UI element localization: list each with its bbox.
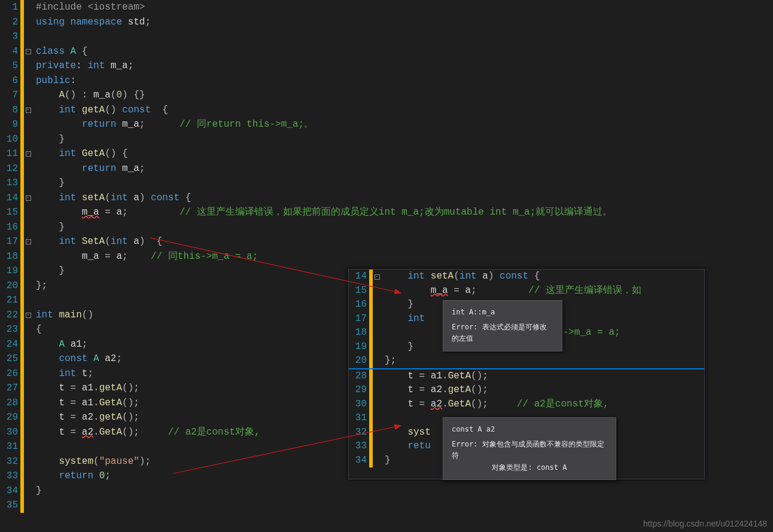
code-text[interactable]: int setA(int a) const { bbox=[381, 270, 704, 284]
line-number: 18 bbox=[349, 326, 369, 340]
code-line[interactable]: 11- int GetA() { bbox=[0, 146, 612, 161]
code-line[interactable]: 18 m_a = a; // 同this->m_a = a; bbox=[0, 249, 612, 264]
code-text[interactable]: m_a = a; // 同this->m_a = a; bbox=[32, 249, 612, 264]
line-number: 14 bbox=[0, 191, 20, 206]
code-line[interactable]: 1#include <iostream> bbox=[0, 0, 612, 15]
line-number: 7 bbox=[0, 88, 20, 103]
code-text[interactable]: }; bbox=[381, 354, 704, 368]
code-line[interactable]: 14- int setA(int a) const { bbox=[349, 270, 704, 284]
fold-toggle bbox=[24, 161, 32, 176]
line-number: 15 bbox=[349, 284, 369, 298]
code-text[interactable] bbox=[32, 29, 612, 44]
code-text[interactable]: t = a2.getA(); bbox=[381, 383, 704, 398]
code-line[interactable]: 20}; bbox=[349, 354, 704, 368]
code-text[interactable]: m_a = a; // 这里产生编译错误，如 bbox=[381, 284, 704, 298]
fold-toggle bbox=[24, 425, 32, 440]
tooltip-error-a2: const A a2 Error: 对象包含与成员函数不兼容的类型限定符 对象类… bbox=[443, 417, 616, 480]
fold-toggle bbox=[24, 74, 32, 88]
line-number: 17 bbox=[349, 312, 369, 326]
code-line[interactable]: 34} bbox=[0, 484, 612, 499]
code-line[interactable]: 13 } bbox=[0, 176, 612, 191]
code-text[interactable]: public: bbox=[32, 74, 612, 88]
code-line[interactable]: 7 A() : m_a(0) {} bbox=[0, 88, 612, 103]
line-number: 19 bbox=[0, 264, 20, 279]
code-line[interactable]: 15 m_a = a; // 这里产生编译错误，如果把前面的成员定义int m_… bbox=[0, 205, 612, 220]
code-text[interactable]: return m_a; bbox=[32, 161, 612, 176]
fold-toggle[interactable]: - bbox=[373, 270, 381, 284]
line-number: 16 bbox=[349, 298, 369, 312]
fold-toggle bbox=[373, 426, 381, 440]
line-number: 29 bbox=[349, 383, 369, 398]
fold-toggle bbox=[373, 284, 381, 298]
fold-minus-icon[interactable]: - bbox=[26, 239, 31, 244]
code-line[interactable]: 10 } bbox=[0, 132, 612, 147]
fold-toggle[interactable]: - bbox=[24, 146, 32, 161]
line-number: 34 bbox=[0, 484, 20, 499]
code-text[interactable]: A() : m_a(0) {} bbox=[32, 88, 612, 103]
fold-minus-icon[interactable]: - bbox=[26, 313, 31, 318]
code-text[interactable]: } bbox=[32, 176, 612, 191]
code-line[interactable]: 28 t = a1.GetA(); bbox=[349, 369, 704, 384]
code-text[interactable]: int GetA() { bbox=[32, 146, 612, 161]
code-text[interactable]: } bbox=[32, 220, 612, 235]
line-number: 15 bbox=[0, 205, 20, 220]
tooltip-error-text: Error: 表达式必须是可修改的左值 bbox=[452, 322, 553, 344]
fold-minus-icon[interactable]: - bbox=[26, 151, 31, 157]
code-text[interactable]: private: int m_a; bbox=[32, 59, 612, 74]
code-line[interactable]: 14- int setA(int a) const { bbox=[0, 191, 612, 206]
code-line[interactable]: 3 bbox=[0, 29, 612, 44]
line-number: 23 bbox=[0, 322, 20, 337]
code-line[interactable]: 29 t = a2.getA(); bbox=[349, 383, 704, 398]
fold-toggle[interactable]: - bbox=[24, 44, 32, 59]
fold-minus-icon[interactable]: - bbox=[375, 274, 380, 280]
code-text[interactable]: } bbox=[32, 484, 612, 499]
fold-minus-icon[interactable]: - bbox=[26, 49, 31, 54]
code-text[interactable]: class A { bbox=[32, 44, 612, 59]
line-number: 33 bbox=[349, 439, 369, 454]
line-number: 6 bbox=[0, 74, 20, 88]
code-text[interactable]: t = a1.GetA(); bbox=[381, 369, 704, 384]
code-text[interactable]: } bbox=[32, 132, 612, 147]
code-text[interactable] bbox=[32, 498, 612, 513]
fold-toggle bbox=[24, 220, 32, 235]
fold-toggle bbox=[24, 337, 32, 352]
code-line[interactable]: 8- int getA() const { bbox=[0, 103, 612, 118]
fold-toggle bbox=[373, 411, 381, 426]
line-number: 30 bbox=[349, 398, 369, 412]
code-line[interactable]: 6public: bbox=[0, 74, 612, 88]
code-text[interactable]: using namespace std; bbox=[32, 15, 612, 30]
tooltip-signature: int A::m_a bbox=[452, 307, 553, 318]
fold-toggle[interactable]: - bbox=[24, 191, 32, 206]
code-line[interactable]: 5private: int m_a; bbox=[0, 59, 612, 74]
code-text[interactable]: int setA(int a) const { bbox=[32, 191, 612, 206]
fold-toggle bbox=[373, 383, 381, 398]
code-line[interactable]: 30 t = a2.GetA(); // a2是const对象, bbox=[349, 398, 704, 412]
fold-toggle bbox=[24, 0, 32, 15]
fold-toggle[interactable]: - bbox=[24, 103, 32, 118]
code-text[interactable]: int SetA(int a) { bbox=[32, 234, 612, 249]
code-line[interactable]: 2using namespace std; bbox=[0, 15, 612, 30]
code-line[interactable]: 12 return m_a; bbox=[0, 161, 612, 176]
fold-toggle[interactable]: - bbox=[24, 234, 32, 249]
code-line[interactable]: 9 return m_a; // 同return this->m_a;。 bbox=[0, 117, 612, 132]
code-text[interactable]: t = a2.GetA(); // a2是const对象, bbox=[381, 398, 704, 412]
code-line[interactable]: 4-class A { bbox=[0, 44, 612, 59]
line-number: 1 bbox=[0, 0, 20, 15]
fold-minus-icon[interactable]: - bbox=[26, 108, 31, 113]
code-text[interactable]: #include <iostream> bbox=[32, 0, 612, 15]
code-text[interactable]: int getA() const { bbox=[32, 103, 612, 118]
line-number: 32 bbox=[349, 426, 369, 440]
fold-minus-icon[interactable]: - bbox=[26, 195, 31, 201]
code-line[interactable]: 17- int SetA(int a) { bbox=[0, 234, 612, 249]
fold-toggle bbox=[24, 88, 32, 103]
code-line[interactable]: 16 } bbox=[0, 220, 612, 235]
code-line[interactable]: 35 bbox=[0, 498, 612, 513]
code-line[interactable]: 15 m_a = a; // 这里产生编译错误，如 bbox=[349, 284, 704, 298]
line-number: 20 bbox=[349, 354, 369, 368]
fold-toggle bbox=[24, 176, 32, 191]
code-text[interactable]: m_a = a; // 这里产生编译错误，如果把前面的成员定义int m_a;改… bbox=[32, 205, 612, 220]
code-text[interactable]: return m_a; // 同return this->m_a;。 bbox=[32, 117, 612, 132]
fold-toggle bbox=[24, 322, 32, 337]
fold-toggle bbox=[24, 59, 32, 74]
fold-toggle[interactable]: - bbox=[24, 308, 32, 323]
